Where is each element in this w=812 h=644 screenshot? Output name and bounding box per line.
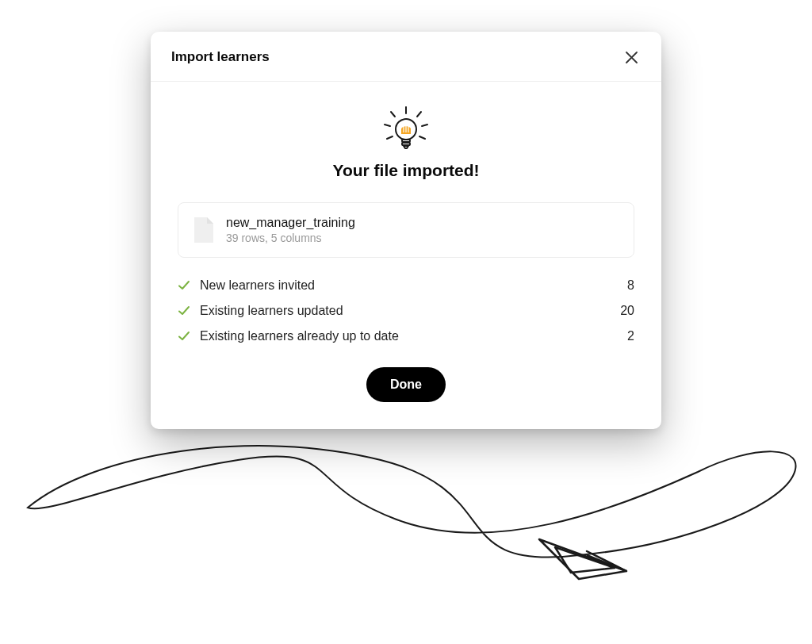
modal-body: Your file imported! new_manager_training… <box>151 82 661 429</box>
svg-line-4 <box>417 112 421 117</box>
svg-rect-10 <box>402 140 410 142</box>
svg-line-7 <box>387 136 393 139</box>
svg-line-3 <box>391 112 395 117</box>
result-label: New learners invited <box>200 278 618 293</box>
file-icon <box>193 217 213 243</box>
modal-header: Import learners <box>151 32 661 82</box>
result-count: 2 <box>627 329 634 343</box>
check-icon <box>178 330 190 343</box>
modal-footer: Done <box>178 367 634 402</box>
import-learners-modal: Import learners <box>151 32 661 429</box>
result-row: Existing learners updated 20 <box>178 304 634 318</box>
result-label: Existing learners already up to date <box>200 329 618 343</box>
file-text: new_manager_training 39 rows, 5 columns <box>226 216 355 244</box>
svg-line-6 <box>422 125 427 126</box>
check-icon <box>178 305 190 317</box>
result-row: New learners invited 8 <box>178 278 634 293</box>
result-count: 20 <box>620 304 634 318</box>
result-label: Existing learners updated <box>200 304 611 318</box>
lightbulb-icon <box>378 105 434 153</box>
close-icon <box>626 52 638 63</box>
import-results: New learners invited 8 Existing learners… <box>178 278 634 343</box>
file-summary-card: new_manager_training 39 rows, 5 columns <box>178 202 634 258</box>
svg-line-5 <box>385 125 390 126</box>
file-name: new_manager_training <box>226 216 355 230</box>
success-title: Your file imported! <box>332 161 479 180</box>
done-button[interactable]: Done <box>366 367 446 402</box>
check-icon <box>178 279 190 292</box>
result-count: 8 <box>627 278 634 293</box>
close-button[interactable] <box>622 48 641 67</box>
svg-line-8 <box>419 136 425 139</box>
success-hero: Your file imported! <box>178 105 634 180</box>
result-row: Existing learners already up to date 2 <box>178 329 634 343</box>
modal-title: Import learners <box>171 49 270 65</box>
file-meta: 39 rows, 5 columns <box>226 232 355 244</box>
svg-rect-11 <box>402 143 410 145</box>
